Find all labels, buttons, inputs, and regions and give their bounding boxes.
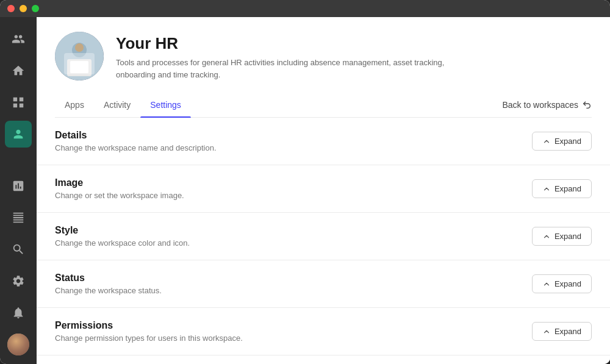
tab-apps[interactable]: Apps bbox=[55, 93, 94, 117]
section-style: Style Change the workspace color and ico… bbox=[37, 213, 610, 260]
expand-icon bbox=[542, 327, 551, 336]
sidebar-icon-search[interactable] bbox=[5, 236, 32, 263]
tabs-bar: Apps Activity Settings Back to workspace… bbox=[55, 93, 592, 118]
expand-icon bbox=[542, 232, 551, 241]
section-status-desc: Change the workspace status. bbox=[55, 286, 162, 295]
expand-icon bbox=[542, 137, 551, 146]
maximize-button[interactable] bbox=[32, 5, 39, 12]
titlebar bbox=[0, 0, 610, 17]
svg-rect-1 bbox=[55, 32, 104, 80]
section-style-desc: Change the workspace color and icon. bbox=[55, 238, 190, 248]
section-style-title: Style bbox=[55, 225, 190, 236]
section-publish: Publish to store Share this workspace de… bbox=[37, 355, 610, 364]
minimize-button[interactable] bbox=[20, 5, 27, 12]
app-body: Your HR Tools and processes for general … bbox=[0, 17, 610, 364]
section-details: Details Change the workspace name and de… bbox=[37, 118, 610, 165]
section-permissions-title: Permissions bbox=[55, 320, 243, 331]
section-permissions: Permissions Change permission types for … bbox=[37, 308, 610, 355]
sidebar-icon-table[interactable] bbox=[5, 204, 32, 231]
sidebar-icon-notifications[interactable] bbox=[5, 299, 32, 326]
workspace-header: Your HR Tools and processes for general … bbox=[37, 17, 610, 118]
sidebar-icon-analytics[interactable] bbox=[5, 173, 32, 199]
sidebar-icon-grid[interactable] bbox=[5, 89, 32, 116]
workspace-description: Tools and processes for general HR activ… bbox=[116, 57, 482, 80]
section-details-desc: Change the workspace name and descriptio… bbox=[55, 143, 217, 152]
section-image: Image Change or set the workspace image.… bbox=[37, 165, 610, 213]
section-details-title: Details bbox=[55, 130, 217, 141]
user-avatar[interactable] bbox=[7, 334, 29, 355]
section-permissions-desc: Change permission types for users in thi… bbox=[55, 334, 243, 343]
expand-details-button[interactable]: Expand bbox=[532, 132, 592, 151]
main-content: Your HR Tools and processes for general … bbox=[37, 17, 610, 364]
expand-image-button[interactable]: Expand bbox=[532, 179, 592, 198]
expand-icon bbox=[542, 185, 551, 193]
sidebar bbox=[0, 17, 37, 364]
close-button[interactable] bbox=[7, 5, 15, 12]
sidebar-icon-home[interactable] bbox=[5, 57, 32, 84]
workspace-avatar bbox=[55, 32, 104, 80]
workspace-top: Your HR Tools and processes for general … bbox=[55, 32, 592, 80]
section-status: Status Change the workspace status. Expa… bbox=[37, 260, 610, 308]
section-status-title: Status bbox=[55, 273, 162, 284]
expand-permissions-button[interactable]: Expand bbox=[532, 322, 592, 341]
sidebar-icon-team[interactable] bbox=[5, 26, 32, 52]
expand-icon bbox=[542, 280, 551, 288]
sidebar-icon-workspace[interactable] bbox=[5, 121, 32, 148]
tab-activity[interactable]: Activity bbox=[94, 93, 140, 117]
back-to-workspaces-button[interactable]: Back to workspaces bbox=[503, 95, 592, 115]
back-icon bbox=[582, 100, 592, 110]
app-window: Your HR Tools and processes for general … bbox=[0, 0, 610, 364]
svg-point-5 bbox=[75, 43, 84, 52]
workspace-title: Your HR bbox=[116, 34, 482, 53]
expand-style-button[interactable]: Expand bbox=[532, 227, 592, 246]
settings-content: Details Change the workspace name and de… bbox=[37, 118, 610, 364]
sidebar-icon-settings[interactable] bbox=[5, 268, 32, 294]
section-image-desc: Change or set the workspace image. bbox=[55, 191, 184, 200]
tab-settings[interactable]: Settings bbox=[140, 93, 191, 117]
svg-rect-3 bbox=[70, 61, 88, 73]
section-image-title: Image bbox=[55, 177, 184, 188]
workspace-avatar-image bbox=[55, 32, 104, 80]
workspace-info: Your HR Tools and processes for general … bbox=[116, 32, 482, 80]
svg-rect-2 bbox=[67, 59, 92, 76]
expand-status-button[interactable]: Expand bbox=[532, 274, 592, 293]
